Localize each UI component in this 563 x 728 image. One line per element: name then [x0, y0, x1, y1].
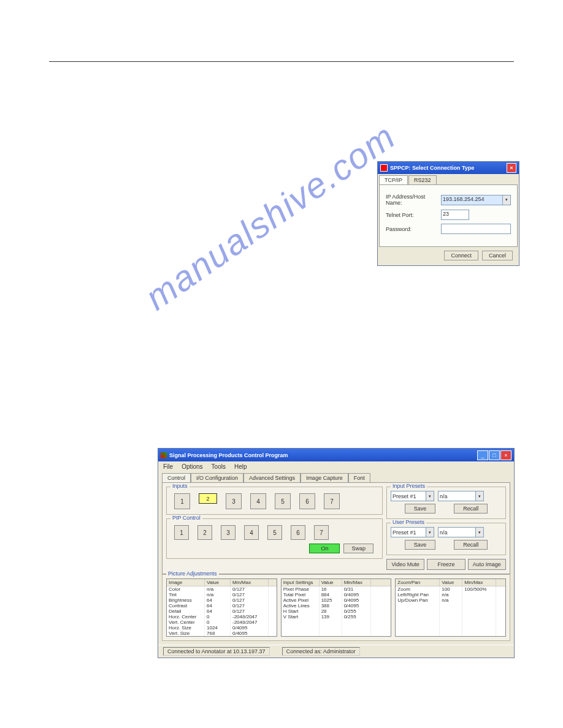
page-divider [49, 61, 514, 62]
